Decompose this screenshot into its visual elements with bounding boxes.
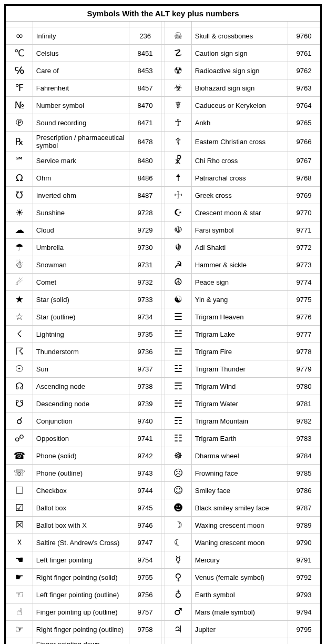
table-row: ☜Left finger pointing (outline)9756♁Eart… <box>6 586 320 603</box>
symbol-code: 9764 <box>288 97 320 114</box>
symbol-description: Earth symbol <box>191 586 288 603</box>
symbol-description: Descending node <box>33 395 129 412</box>
symbol-glyph: ☍ <box>6 430 33 447</box>
symbol-code: 236 <box>129 27 161 45</box>
table-row: ☒Ballot box with X9746☽Waxing crescent m… <box>6 517 320 534</box>
table-row: ☓Saltire (St. Andrew's Cross)9747☾Waning… <box>6 534 320 551</box>
symbol-description: Trigram Earth <box>191 430 288 447</box>
table-row: ℧Inverted ohm8487☩Greek cross9769 <box>6 187 320 204</box>
symbol-glyph: ☆ <box>6 308 33 326</box>
symbol-code: 9728 <box>129 204 161 222</box>
table-row: ☎Phone (solid)9742☸Dharma wheel9784 <box>6 447 320 465</box>
symbol-code: 9778 <box>288 343 320 360</box>
symbol-code: 9736 <box>129 343 161 360</box>
symbol-glyph: ☛ <box>6 569 33 586</box>
table-title: Symbols With the ALT key plus numbers <box>6 6 320 22</box>
symbol-description: Trigram Fire <box>191 343 288 360</box>
symbol-glyph: ☸ <box>165 447 191 465</box>
symbol-glyph: ☟ <box>6 638 33 645</box>
symbol-description: Radioactive sign sign <box>191 62 288 79</box>
symbol-table: Symbols With the ALT key plus numbers ∞I… <box>6 6 320 644</box>
symbol-glyph: ☺ <box>165 482 191 499</box>
symbol-glyph: ♀ <box>165 569 191 586</box>
symbol-glyph: ☷ <box>165 430 191 447</box>
symbol-glyph: ☴ <box>165 378 191 395</box>
symbol-code: 8451 <box>129 45 161 62</box>
symbol-glyph: ☶ <box>165 412 191 430</box>
symbol-code: 9770 <box>288 204 320 222</box>
table-row: ☋Descending node9739☵Trigram Water9781 <box>6 395 320 412</box>
symbol-glyph: ☁ <box>6 222 33 239</box>
table-row: ☈Thunderstorm9736☲Trigram Fire9778 <box>6 343 320 360</box>
symbol-code: 9765 <box>288 114 320 132</box>
symbol-description: Biohazard sign sign <box>191 79 288 97</box>
symbol-description: Patriarchal cross <box>191 169 288 187</box>
symbol-code: 9735 <box>129 326 161 343</box>
symbol-glyph: ℉ <box>6 79 33 97</box>
symbol-glyph: ☐ <box>6 482 33 499</box>
symbol-code: 9783 <box>288 430 320 447</box>
symbol-glyph: ☩ <box>165 187 191 204</box>
table-row: ☞Right finger pointing (outline)9758♃Jup… <box>6 621 320 638</box>
table-row: ℠Service mark8480☧Chi Rho cross9767 <box>6 152 320 169</box>
symbol-code: 8457 <box>129 79 161 97</box>
symbol-glyph: ☈ <box>6 343 33 360</box>
symbol-description: Yin & yang <box>191 291 288 308</box>
symbol-glyph: ☬ <box>165 239 191 256</box>
symbol-code: 9787 <box>288 499 320 517</box>
symbol-code: 8487 <box>129 187 161 204</box>
table-row: ☂Umbrella9730☬Adi Shakti9772 <box>6 239 320 256</box>
symbol-glyph: ☱ <box>165 326 191 343</box>
symbol-description: Peace sign <box>191 274 288 291</box>
symbol-description: Number symbol <box>33 97 129 114</box>
symbol-code: 8478 <box>129 132 161 152</box>
table-row: ☑Ballot box9745☻Black smiley smiley face… <box>6 499 320 517</box>
symbol-glyph: Ω <box>6 169 33 187</box>
table-row: ☊Ascending node9738☴Trigram Wind9780 <box>6 378 320 395</box>
symbol-glyph: ☌ <box>6 412 33 430</box>
symbol-description: Hammer & sickle <box>191 256 288 274</box>
symbol-code: 9789 <box>288 517 320 534</box>
symbol-glyph: ♁ <box>165 586 191 603</box>
symbol-glyph: ☇ <box>6 326 33 343</box>
symbol-glyph: ☚ <box>6 551 33 569</box>
symbol-glyph: № <box>6 97 33 114</box>
symbol-glyph: ☫ <box>165 222 191 239</box>
symbol-code: 9791 <box>288 551 320 569</box>
symbol-code: 9796 <box>288 638 320 645</box>
symbol-code: 9734 <box>129 308 161 326</box>
symbol-code: 9775 <box>288 291 320 308</box>
symbol-code: 9771 <box>288 222 320 239</box>
symbol-code: 9761 <box>288 45 320 62</box>
symbol-description: Phone (outline) <box>33 465 129 482</box>
symbol-code: 9757 <box>129 603 161 621</box>
symbol-code: 9754 <box>129 551 161 569</box>
symbol-glyph: ★ <box>6 291 33 308</box>
symbol-description: Trigram Heaven <box>191 308 288 326</box>
symbol-glyph: ☿ <box>165 551 191 569</box>
symbol-description: Saltire (St. Andrew's Cross) <box>33 534 129 551</box>
symbol-description: Star (solid) <box>33 291 129 308</box>
table-row: ★Star (solid)9733☯Yin & yang9775 <box>6 291 320 308</box>
symbol-glyph: ☳ <box>165 360 191 378</box>
table-row: ☟Finger pointing down (outline)9759♄Satu… <box>6 638 320 645</box>
symbol-glyph: ☭ <box>165 256 191 274</box>
symbol-code: 9763 <box>288 79 320 97</box>
symbol-glyph: ☦ <box>165 132 191 152</box>
symbol-description: Mercury <box>191 551 288 569</box>
symbol-code: 9784 <box>288 447 320 465</box>
symbol-description: Crescent moon & star <box>191 204 288 222</box>
symbol-description: Cloud <box>33 222 129 239</box>
symbol-code: 9773 <box>288 256 320 274</box>
symbol-glyph: ☋ <box>6 395 33 412</box>
table-row: ☐Checkbox9744☺Smiley face9786 <box>6 482 320 499</box>
symbol-code: 9755 <box>129 569 161 586</box>
symbol-code: 9739 <box>129 395 161 412</box>
table-row: ℅Care of8453☢Radioactive sign sign9762 <box>6 62 320 79</box>
symbol-glyph: ☢ <box>165 62 191 79</box>
symbol-glyph: ☀ <box>6 204 33 222</box>
symbol-code: 9762 <box>288 62 320 79</box>
symbol-description: Trigram Lake <box>191 326 288 343</box>
symbol-glyph: ☂ <box>6 239 33 256</box>
symbol-code: 9768 <box>288 169 320 187</box>
